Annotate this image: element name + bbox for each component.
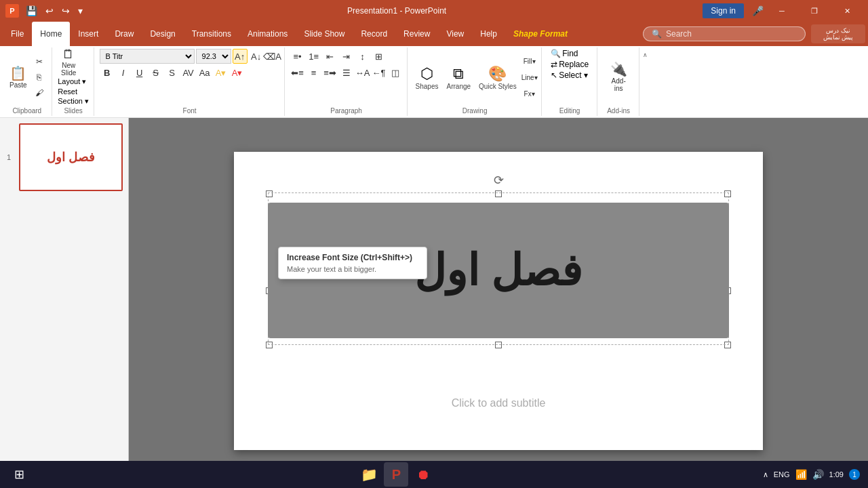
clear-formatting-button[interactable]: ⌫A [265,49,280,64]
search-input[interactable] [666,29,797,39]
search-box[interactable]: 🔍 [643,26,806,41]
subtitle-text: Click to add subtitle [452,397,546,409]
subtitle-placeholder[interactable]: Click to add subtitle [275,397,722,409]
tab-design[interactable]: Design [142,22,183,46]
tab-slideshow[interactable]: Slide Show [296,22,353,46]
align-center-button[interactable]: ≡ [307,65,321,80]
smart-art-button[interactable]: ◫ [388,65,403,80]
main-area: 1 فصل اول ⟳ ف [0,118,868,484]
undo-button[interactable]: ↩ [43,4,56,18]
font-label: Font [183,106,197,115]
handle-bl[interactable] [266,342,273,348]
tab-insert[interactable]: Insert [70,22,106,46]
handle-tl[interactable] [266,190,273,197]
collapse-ribbon-button[interactable]: ∧ [641,50,650,60]
drawing-label: Drawing [462,106,488,115]
close-button[interactable]: ✕ [831,0,863,22]
font-name-select[interactable]: B Titr [100,49,195,64]
taskbar-app-explorer[interactable]: 📁 [357,462,381,487]
tab-help[interactable]: Help [472,22,505,46]
taskbar-app-recording[interactable]: ⏺ [411,462,435,487]
title-bar: P 💾 ↩ ↪ ▾ Presentation1 - PowerPoint Sig… [0,0,868,22]
layout-button[interactable]: Layout ▾ [58,77,86,86]
quick-styles-button[interactable]: 🎨 Quick Styles [476,62,519,93]
start-button[interactable]: ⊞ [8,464,30,485]
shape-fill-button[interactable]: Fill▾ [522,54,537,68]
rotate-handle[interactable]: ⟳ [494,173,504,188]
start-icon: ⊞ [14,467,24,482]
notification-badge[interactable]: 1 [849,469,860,480]
redo-button[interactable]: ↪ [59,4,73,18]
section-button[interactable]: Section ▾ [58,97,89,106]
restore-button[interactable]: ❐ [799,0,830,22]
dictate-icon[interactable]: 🎤 [749,4,766,18]
tab-shape-format[interactable]: Shape Format [505,22,576,46]
sign-in-button[interactable]: Sign in [703,3,744,18]
new-slide-button[interactable]: 🗒 NewSlide [58,49,79,76]
format-painter-button[interactable]: 🖌 [31,85,47,100]
addins-button[interactable]: 🔌 Add-ins [608,59,630,96]
tab-animations[interactable]: Animations [239,22,296,46]
bullets-button[interactable]: ≡• [290,49,305,64]
italic-button[interactable]: I [116,65,131,80]
slide-canvas[interactable]: ⟳ فصل اول Click to add subtitle [234,152,763,450]
handle-br[interactable] [724,342,731,348]
align-left-button[interactable]: ⬅≡ [290,65,305,80]
find-button[interactable]: 🔍 Find [551,49,578,58]
line-spacing-button[interactable]: ↕ [355,49,370,64]
reset-button[interactable]: Reset [58,87,77,96]
char-spacing-button[interactable]: AV [181,65,196,80]
tab-file[interactable]: File [3,22,32,46]
taskbar-chevron[interactable]: ∧ [763,470,768,479]
canvas-area[interactable]: ⟳ فصل اول Click to add subtitle Increase… [129,118,868,484]
replace-icon: ⇄ [551,60,557,69]
language-display[interactable]: ENG [774,470,790,479]
tab-record[interactable]: Record [353,22,395,46]
tab-transitions[interactable]: Transitions [184,22,239,46]
slide-thumbnail-1[interactable]: فصل اول [19,123,123,191]
align-right-button[interactable]: ≡➡ [323,65,338,80]
customize-quick-access-button[interactable]: ▾ [75,4,85,18]
font-size-select[interactable]: 92.3 [196,49,231,64]
taskbar-app-powerpoint[interactable]: P [384,462,408,487]
numbering-button[interactable]: 1≡ [307,49,321,64]
minimize-button[interactable]: ─ [766,0,797,22]
increase-font-size-button[interactable]: A↑ [233,49,248,64]
arrange-button[interactable]: ⧉ Arrange [444,62,474,93]
shapes-button[interactable]: ⬡ Shapes [413,62,441,93]
cut-button[interactable]: ✂ [31,54,47,69]
handle-tc[interactable] [495,190,502,197]
handle-bc[interactable] [495,342,502,348]
bold-button[interactable]: B [100,65,115,80]
tab-view[interactable]: View [438,22,472,46]
decrease-font-size-button[interactable]: A↓ [249,49,264,64]
increase-indent-button[interactable]: ⇥ [339,49,354,64]
rtl-button[interactable]: ←¶ [372,65,387,80]
paste-button[interactable]: 📋 Paste [7,59,30,96]
slide-title-text: فصل اول [414,245,583,296]
shadow-button[interactable]: S [165,65,180,80]
save-button[interactable]: 💾 [23,4,40,18]
change-case-button[interactable]: Aa [197,65,212,80]
tab-review[interactable]: Review [395,22,438,46]
select-button[interactable]: ↖ Select ▾ [551,70,588,80]
underline-button[interactable]: U [132,65,147,80]
tab-home[interactable]: Home [32,22,70,46]
justify-button[interactable]: ☰ [339,65,354,80]
handle-tr[interactable] [724,190,731,197]
tab-draw[interactable]: Draw [106,22,142,46]
font-color-button[interactable]: A▾ [230,65,245,80]
wifi-icon[interactable]: 📶 [795,469,807,480]
volume-icon[interactable]: 🔊 [812,469,824,480]
shape-effects-button[interactable]: Fx▾ [522,86,537,101]
clock: 1:09 [829,470,844,479]
copy-button[interactable]: ⎘ [31,70,47,85]
replace-button[interactable]: ⇄ Replace [551,60,589,69]
decrease-indent-button[interactable]: ⇤ [323,49,338,64]
shape-outline-button[interactable]: Line▾ [522,70,537,85]
text-direction-button[interactable]: ↔A [355,65,370,80]
strikethrough-button[interactable]: S [149,65,163,80]
highlight-color-button[interactable]: A▾ [214,65,229,80]
ribbon-toolbar: 📋 Paste ✂ ⎘ 🖌 Clipboard 🗒 NewSlide Layou… [0,46,868,118]
columns-button[interactable]: ⊞ [372,49,387,64]
